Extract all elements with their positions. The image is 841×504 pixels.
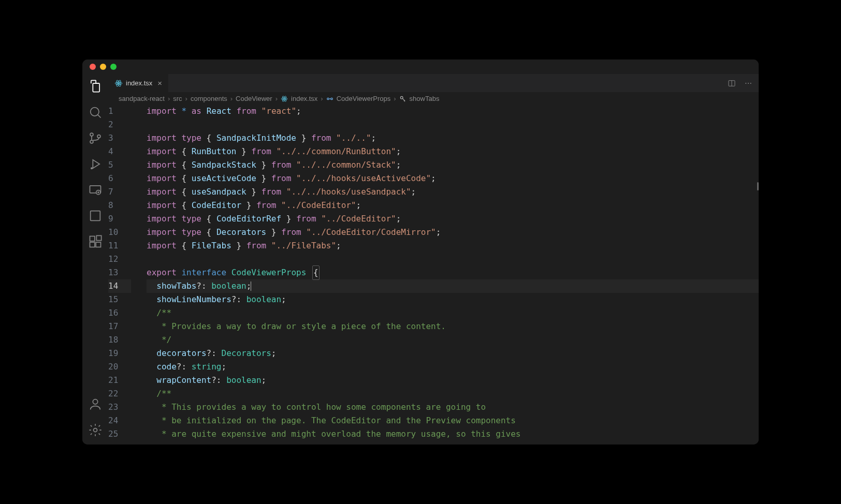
interface-icon bbox=[326, 95, 334, 102]
chevron-right-icon: › bbox=[185, 95, 187, 102]
svg-rect-8 bbox=[90, 236, 95, 241]
split-editor-icon[interactable] bbox=[728, 79, 736, 87]
svg-point-0 bbox=[91, 108, 99, 116]
svg-point-4 bbox=[91, 168, 92, 169]
run-debug-icon[interactable] bbox=[88, 157, 103, 171]
breadcrumb[interactable]: sandpack-react › src › components › Code… bbox=[108, 93, 759, 105]
tabs-bar: index.tsx × bbox=[108, 74, 759, 93]
search-icon[interactable] bbox=[88, 105, 103, 120]
react-file-icon bbox=[281, 95, 288, 102]
svg-point-2 bbox=[90, 140, 93, 143]
line-numbers: 1234567891011121314151617181920212223242… bbox=[108, 105, 147, 444]
account-icon[interactable] bbox=[88, 397, 103, 411]
breadcrumb-item[interactable]: showTabs bbox=[410, 95, 440, 102]
chevron-right-icon: › bbox=[321, 95, 323, 102]
svg-point-13 bbox=[94, 428, 97, 432]
extensions-icon[interactable] bbox=[88, 234, 103, 249]
activity-bar bbox=[82, 74, 108, 444]
tab-actions bbox=[728, 74, 759, 92]
code-content[interactable]: import * as React from "react";import ty… bbox=[147, 105, 759, 444]
settings-icon[interactable] bbox=[88, 423, 103, 437]
svg-point-14 bbox=[118, 82, 119, 83]
main-editor: index.tsx × sandpack-react › src › com bbox=[108, 74, 759, 444]
svg-point-27 bbox=[330, 98, 332, 100]
close-window-button[interactable] bbox=[90, 64, 96, 70]
property-icon bbox=[399, 95, 407, 102]
breadcrumb-item[interactable]: CodeViewer bbox=[236, 95, 272, 102]
svg-rect-11 bbox=[96, 235, 101, 240]
breadcrumb-item[interactable]: components bbox=[191, 95, 227, 102]
breadcrumb-item[interactable]: sandpack-react bbox=[119, 95, 165, 102]
svg-point-19 bbox=[745, 83, 746, 84]
more-actions-icon[interactable] bbox=[744, 79, 752, 87]
close-icon[interactable]: × bbox=[157, 79, 162, 87]
code-editor[interactable]: 1234567891011121314151617181920212223242… bbox=[108, 105, 759, 444]
editor-window: index.tsx × sandpack-react › src › com bbox=[82, 60, 759, 444]
minimize-window-button[interactable] bbox=[100, 64, 106, 70]
svg-point-20 bbox=[748, 83, 749, 84]
svg-rect-9 bbox=[90, 242, 95, 247]
breadcrumb-item[interactable]: src bbox=[173, 95, 182, 102]
svg-point-12 bbox=[93, 399, 97, 404]
svg-rect-7 bbox=[91, 211, 100, 221]
svg-point-28 bbox=[400, 96, 403, 99]
react-file-icon bbox=[114, 79, 123, 87]
titlebar bbox=[82, 60, 759, 74]
explorer-icon[interactable] bbox=[88, 79, 103, 94]
breadcrumb-item[interactable]: index.tsx bbox=[291, 95, 317, 102]
chevron-right-icon: › bbox=[276, 95, 278, 102]
tab-label: index.tsx bbox=[126, 79, 152, 87]
svg-point-26 bbox=[327, 98, 329, 100]
breadcrumb-item[interactable]: CodeViewerProps bbox=[337, 95, 391, 102]
source-control-icon[interactable] bbox=[88, 131, 103, 145]
svg-rect-10 bbox=[96, 242, 100, 247]
svg-point-21 bbox=[750, 83, 751, 84]
scrollbar-thumb[interactable] bbox=[757, 182, 759, 190]
remote-explorer-icon[interactable] bbox=[88, 183, 103, 197]
chevron-right-icon: › bbox=[394, 95, 396, 102]
window-icon[interactable] bbox=[88, 209, 103, 223]
tab-index-tsx[interactable]: index.tsx × bbox=[108, 74, 168, 92]
window-body: index.tsx × sandpack-react › src › com bbox=[82, 74, 759, 444]
chevron-right-icon: › bbox=[230, 95, 233, 102]
chevron-right-icon: › bbox=[168, 95, 170, 102]
svg-point-3 bbox=[97, 135, 100, 138]
svg-point-22 bbox=[284, 98, 285, 99]
maximize-window-button[interactable] bbox=[110, 64, 117, 70]
svg-point-1 bbox=[90, 133, 93, 136]
